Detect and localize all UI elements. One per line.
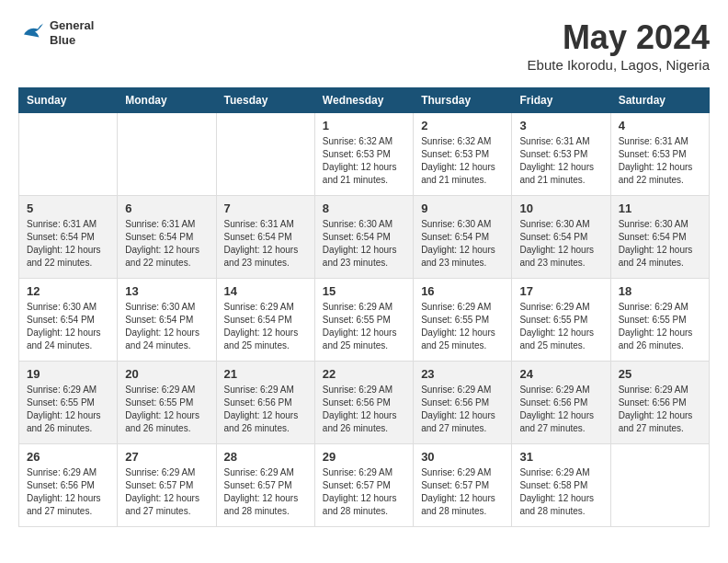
header-friday: Friday — [512, 88, 610, 113]
calendar-day-cell: 12Sunrise: 6:30 AM Sunset: 6:54 PM Dayli… — [19, 279, 118, 362]
calendar-day-cell: 25Sunrise: 6:29 AM Sunset: 6:56 PM Dayli… — [610, 362, 709, 444]
calendar-week-row: 1Sunrise: 6:32 AM Sunset: 6:53 PM Daylig… — [19, 113, 710, 196]
day-info: Sunrise: 6:31 AM Sunset: 6:53 PM Dayligh… — [519, 135, 602, 187]
calendar-day-cell: 21Sunrise: 6:29 AM Sunset: 6:56 PM Dayli… — [216, 362, 314, 444]
calendar-day-cell: 4Sunrise: 6:31 AM Sunset: 6:53 PM Daylig… — [610, 113, 709, 196]
calendar-day-cell: 2Sunrise: 6:32 AM Sunset: 6:53 PM Daylig… — [414, 113, 512, 196]
calendar-week-row: 12Sunrise: 6:30 AM Sunset: 6:54 PM Dayli… — [19, 279, 710, 362]
calendar-day-cell: 31Sunrise: 6:29 AM Sunset: 6:58 PM Dayli… — [512, 444, 610, 527]
calendar-day-cell: 13Sunrise: 6:30 AM Sunset: 6:54 PM Dayli… — [118, 279, 216, 362]
calendar-day-cell: 15Sunrise: 6:29 AM Sunset: 6:55 PM Dayli… — [314, 279, 413, 362]
day-number: 1 — [323, 119, 405, 132]
calendar-day-cell: 19Sunrise: 6:29 AM Sunset: 6:55 PM Dayli… — [19, 362, 118, 444]
header-thursday: Thursday — [414, 88, 512, 113]
logo-line1: General — [50, 18, 94, 33]
day-number: 13 — [125, 284, 208, 298]
day-number: 10 — [519, 201, 602, 215]
calendar-day-cell — [19, 113, 118, 196]
day-number: 20 — [125, 367, 208, 381]
calendar-day-cell: 16Sunrise: 6:29 AM Sunset: 6:55 PM Dayli… — [414, 279, 512, 362]
calendar-day-cell: 17Sunrise: 6:29 AM Sunset: 6:55 PM Dayli… — [512, 279, 610, 362]
day-info: Sunrise: 6:30 AM Sunset: 6:54 PM Dayligh… — [323, 218, 405, 270]
day-number: 2 — [421, 119, 504, 132]
calendar-day-cell: 29Sunrise: 6:29 AM Sunset: 6:57 PM Dayli… — [314, 444, 413, 527]
day-info: Sunrise: 6:29 AM Sunset: 6:58 PM Dayligh… — [519, 466, 602, 518]
day-number: 31 — [519, 450, 602, 464]
calendar-week-row: 19Sunrise: 6:29 AM Sunset: 6:55 PM Dayli… — [19, 362, 710, 444]
calendar-body: 1Sunrise: 6:32 AM Sunset: 6:53 PM Daylig… — [19, 113, 710, 527]
logo-icon — [18, 19, 46, 47]
day-info: Sunrise: 6:29 AM Sunset: 6:55 PM Dayligh… — [125, 384, 208, 435]
day-info: Sunrise: 6:29 AM Sunset: 6:57 PM Dayligh… — [421, 466, 504, 518]
title-area: May 2024 Ebute Ikorodu, Lagos, Nigeria — [528, 18, 710, 73]
day-number: 3 — [519, 119, 602, 132]
month-year-title: May 2024 — [528, 18, 710, 57]
day-number: 17 — [519, 284, 602, 298]
day-info: Sunrise: 6:31 AM Sunset: 6:53 PM Dayligh… — [619, 135, 701, 187]
calendar-day-cell: 5Sunrise: 6:31 AM Sunset: 6:54 PM Daylig… — [19, 196, 118, 279]
calendar-day-cell: 26Sunrise: 6:29 AM Sunset: 6:56 PM Dayli… — [19, 444, 118, 527]
day-number: 11 — [619, 201, 701, 215]
day-info: Sunrise: 6:29 AM Sunset: 6:55 PM Dayligh… — [421, 301, 504, 352]
calendar-day-cell: 28Sunrise: 6:29 AM Sunset: 6:57 PM Dayli… — [216, 444, 314, 527]
calendar-day-cell: 24Sunrise: 6:29 AM Sunset: 6:56 PM Dayli… — [512, 362, 610, 444]
day-number: 29 — [323, 450, 405, 464]
day-info: Sunrise: 6:30 AM Sunset: 6:54 PM Dayligh… — [27, 301, 109, 352]
day-number: 19 — [27, 367, 109, 381]
calendar-header: Sunday Monday Tuesday Wednesday Thursday… — [19, 88, 710, 113]
day-number: 28 — [224, 450, 307, 464]
calendar-day-cell: 8Sunrise: 6:30 AM Sunset: 6:54 PM Daylig… — [314, 196, 413, 279]
day-info: Sunrise: 6:29 AM Sunset: 6:55 PM Dayligh… — [323, 301, 405, 352]
day-number: 9 — [421, 201, 504, 215]
logo-line2: Blue — [50, 33, 94, 48]
header-monday: Monday — [118, 88, 216, 113]
day-number: 27 — [125, 450, 208, 464]
day-info: Sunrise: 6:29 AM Sunset: 6:56 PM Dayligh… — [224, 384, 307, 435]
day-info: Sunrise: 6:31 AM Sunset: 6:54 PM Dayligh… — [27, 218, 109, 270]
calendar-day-cell: 1Sunrise: 6:32 AM Sunset: 6:53 PM Daylig… — [314, 113, 413, 196]
calendar-day-cell: 9Sunrise: 6:30 AM Sunset: 6:54 PM Daylig… — [414, 196, 512, 279]
day-info: Sunrise: 6:29 AM Sunset: 6:56 PM Dayligh… — [421, 384, 504, 435]
day-number: 4 — [619, 119, 701, 132]
calendar-day-cell: 22Sunrise: 6:29 AM Sunset: 6:56 PM Dayli… — [314, 362, 413, 444]
calendar-day-cell: 27Sunrise: 6:29 AM Sunset: 6:57 PM Dayli… — [118, 444, 216, 527]
calendar-day-cell: 3Sunrise: 6:31 AM Sunset: 6:53 PM Daylig… — [512, 113, 610, 196]
calendar-day-cell: 6Sunrise: 6:31 AM Sunset: 6:54 PM Daylig… — [118, 196, 216, 279]
day-info: Sunrise: 6:29 AM Sunset: 6:56 PM Dayligh… — [519, 384, 602, 435]
page-header: General Blue May 2024 Ebute Ikorodu, Lag… — [18, 18, 710, 73]
day-info: Sunrise: 6:31 AM Sunset: 6:54 PM Dayligh… — [125, 218, 208, 270]
day-info: Sunrise: 6:29 AM Sunset: 6:56 PM Dayligh… — [619, 384, 701, 435]
header-saturday: Saturday — [610, 88, 709, 113]
header-wednesday: Wednesday — [314, 88, 413, 113]
header-tuesday: Tuesday — [216, 88, 314, 113]
day-info: Sunrise: 6:29 AM Sunset: 6:55 PM Dayligh… — [27, 384, 109, 435]
calendar-day-cell: 14Sunrise: 6:29 AM Sunset: 6:54 PM Dayli… — [216, 279, 314, 362]
day-info: Sunrise: 6:29 AM Sunset: 6:57 PM Dayligh… — [224, 466, 307, 518]
day-info: Sunrise: 6:29 AM Sunset: 6:56 PM Dayligh… — [323, 384, 405, 435]
day-info: Sunrise: 6:30 AM Sunset: 6:54 PM Dayligh… — [519, 218, 602, 270]
day-number: 5 — [27, 201, 109, 215]
calendar-day-cell: 7Sunrise: 6:31 AM Sunset: 6:54 PM Daylig… — [216, 196, 314, 279]
calendar-week-row: 26Sunrise: 6:29 AM Sunset: 6:56 PM Dayli… — [19, 444, 710, 527]
weekday-header-row: Sunday Monday Tuesday Wednesday Thursday… — [19, 88, 710, 113]
day-number: 25 — [619, 367, 701, 381]
calendar-day-cell: 11Sunrise: 6:30 AM Sunset: 6:54 PM Dayli… — [610, 196, 709, 279]
calendar-day-cell: 18Sunrise: 6:29 AM Sunset: 6:55 PM Dayli… — [610, 279, 709, 362]
calendar-day-cell: 10Sunrise: 6:30 AM Sunset: 6:54 PM Dayli… — [512, 196, 610, 279]
day-number: 18 — [619, 284, 701, 298]
calendar-table: Sunday Monday Tuesday Wednesday Thursday… — [18, 87, 710, 527]
header-sunday: Sunday — [19, 88, 118, 113]
day-number: 30 — [421, 450, 504, 464]
location-subtitle: Ebute Ikorodu, Lagos, Nigeria — [528, 57, 710, 73]
day-info: Sunrise: 6:30 AM Sunset: 6:54 PM Dayligh… — [619, 218, 701, 270]
day-number: 14 — [224, 284, 307, 298]
calendar-week-row: 5Sunrise: 6:31 AM Sunset: 6:54 PM Daylig… — [19, 196, 710, 279]
day-number: 26 — [27, 450, 109, 464]
day-number: 8 — [323, 201, 405, 215]
day-info: Sunrise: 6:32 AM Sunset: 6:53 PM Dayligh… — [421, 135, 504, 187]
calendar-day-cell: 30Sunrise: 6:29 AM Sunset: 6:57 PM Dayli… — [414, 444, 512, 527]
day-info: Sunrise: 6:32 AM Sunset: 6:53 PM Dayligh… — [323, 135, 405, 187]
day-info: Sunrise: 6:31 AM Sunset: 6:54 PM Dayligh… — [224, 218, 307, 270]
day-info: Sunrise: 6:30 AM Sunset: 6:54 PM Dayligh… — [421, 218, 504, 270]
calendar-day-cell — [610, 444, 709, 527]
